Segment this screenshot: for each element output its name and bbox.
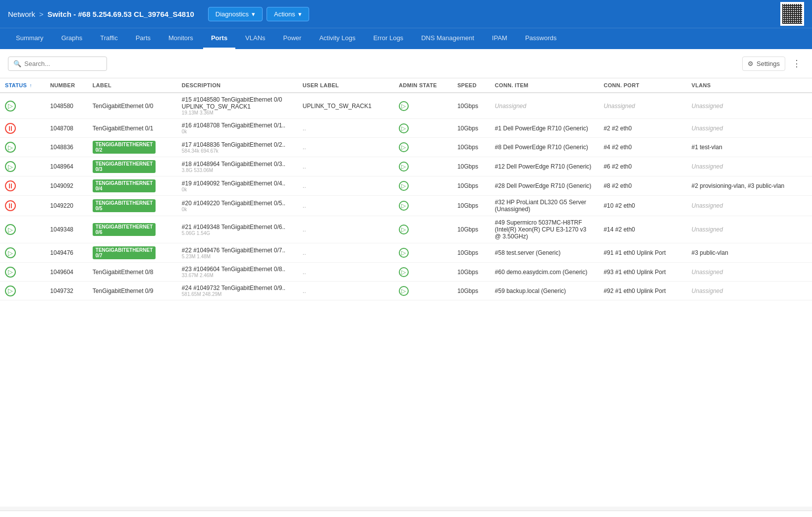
speed-cell: 10Gbps xyxy=(452,282,490,300)
nav-tab-activity_logs[interactable]: Activity Logs xyxy=(311,28,363,49)
desc-traffic: 581.65M 248.29M xyxy=(182,291,293,297)
speed-cell: 10Gbps xyxy=(452,263,490,282)
status-cell: ▷ xyxy=(0,157,45,176)
desc-traffic: 5.23M 1.48M xyxy=(182,254,293,259)
label-badge: TENGIGABITETHERNET0/5 xyxy=(93,199,156,212)
nav-tab-ipam[interactable]: IPAM xyxy=(484,28,515,49)
admin-state-cell: ▷ xyxy=(394,196,452,216)
vlans-cell: Unassigned xyxy=(687,119,812,138)
more-options-button[interactable]: ⋮ xyxy=(789,55,804,72)
conn-item-cell: #12 Dell PowerEdge R710 (Generic) xyxy=(490,157,599,176)
desc-main: #19 #1049092 TenGigabitEthernet 0/4.. xyxy=(182,180,293,187)
desc-main: #20 #1049220 TenGigabitEthernet 0/5.. xyxy=(182,200,293,207)
nav-tab-error_logs[interactable]: Error Logs xyxy=(365,28,411,49)
nav-tab-parts[interactable]: Parts xyxy=(128,28,159,49)
nav-tab-graphs[interactable]: Graphs xyxy=(54,28,91,49)
col-header-conn_item[interactable]: CONN. ITEM xyxy=(490,78,599,93)
nav-tab-monitors[interactable]: Monitors xyxy=(161,28,201,49)
user-label-cell: .. xyxy=(298,119,394,138)
actions-button[interactable]: Actions ▾ xyxy=(267,7,309,21)
conn-port-cell: #6 #2 eth0 xyxy=(598,157,686,176)
table-row[interactable]: ▷1049476TENGIGABITETHERNET0/7#22 #104947… xyxy=(0,243,812,263)
label-cell: TenGigabitEthernet 0/8 xyxy=(88,263,177,282)
conn-port-cell: #10 #2 eth0 xyxy=(598,196,686,216)
qr-code-image xyxy=(782,4,802,24)
table-row[interactable]: ▷1049348TENGIGABITETHERNET0/6#21 #104934… xyxy=(0,216,812,243)
admin-state-cell: ▷ xyxy=(394,176,452,196)
badge-text: 0/3 xyxy=(96,167,103,172)
col-header-number[interactable]: NUMBER xyxy=(45,78,87,93)
col-header-speed[interactable]: SPEED xyxy=(452,78,490,93)
number-cell: 1048964 xyxy=(45,157,87,176)
nav-tab-summary[interactable]: Summary xyxy=(8,28,52,49)
desc-main: #24 #1049732 TenGigabitEthernet 0/9.. xyxy=(182,285,293,291)
network-link[interactable]: Network xyxy=(8,10,35,18)
toolbar-right: ⚙ Settings ⋮ xyxy=(742,55,804,72)
top-bar: Network > Switch - #68 5.254.69.53 CL_39… xyxy=(0,0,812,28)
nav-tab-ports[interactable]: Ports xyxy=(203,28,235,49)
search-icon: 🔍 xyxy=(13,60,21,67)
user-label-cell: .. xyxy=(298,216,394,243)
vlans-unassigned: Unassigned xyxy=(692,202,723,209)
vlans-cell: Unassigned xyxy=(687,216,812,243)
vlans-cell: Unassigned xyxy=(687,282,812,300)
table-row[interactable]: ▷1048836TENGIGABITETHERNET0/2#17 #104883… xyxy=(0,138,812,157)
admin-state-icon: ▷ xyxy=(399,201,409,211)
label-cell: TENGIGABITETHERNET0/5 xyxy=(88,196,177,216)
description-cell: #20 #1049220 TenGigabitEthernet 0/5..0k xyxy=(177,196,298,216)
table-row[interactable]: ⏸1049220TENGIGABITETHERNET0/5#20 #104922… xyxy=(0,196,812,216)
desc-traffic: 584.34k 694.67k xyxy=(182,148,293,154)
nav-tab-passwords[interactable]: Passwords xyxy=(517,28,565,49)
admin-state-icon: ▷ xyxy=(399,181,409,191)
col-header-status[interactable]: STATUS ↑ xyxy=(0,78,45,93)
user-label-cell: .. xyxy=(298,138,394,157)
nav-tab-dns_management[interactable]: DNS Management xyxy=(413,28,482,49)
table-row[interactable]: ▷1048580TenGigabitEthernet 0/0#15 #10485… xyxy=(0,93,812,119)
nav-tab-traffic[interactable]: Traffic xyxy=(92,28,125,49)
col-header-conn_port[interactable]: CONN. PORT xyxy=(598,78,686,93)
search-input[interactable] xyxy=(24,60,102,67)
badge-text: TENGIGABITETHERNET xyxy=(96,180,153,186)
toolbar: 🔍 ⚙ Settings ⋮ xyxy=(0,49,812,78)
desc-main: #23 #1049604 TenGigabitEthernet 0/8.. xyxy=(182,266,293,273)
admin-state-icon: ▷ xyxy=(399,123,409,133)
description-cell: #21 #1049348 TenGigabitEthernet 0/6..5.0… xyxy=(177,216,298,243)
table-row[interactable]: ⏸1049092TENGIGABITETHERNET0/4#19 #104909… xyxy=(0,176,812,196)
vlans-unassigned: Unassigned xyxy=(692,287,723,294)
search-box[interactable]: 🔍 xyxy=(8,57,107,71)
status-cell: ⏸ xyxy=(0,196,45,216)
speed-cell: 10Gbps xyxy=(452,176,490,196)
table-row[interactable]: ▷1049732TenGigabitEthernet 0/9#24 #10497… xyxy=(0,282,812,300)
label-cell: TENGIGABITETHERNET0/3 xyxy=(88,157,177,176)
badge-text: TENGIGABITETHERNET xyxy=(96,247,153,253)
conn-port-cell: Unassigned xyxy=(598,93,686,119)
breadcrumb: Network > Switch - #68 5.254.69.53 CL_39… xyxy=(8,10,194,18)
col-header-label[interactable]: LABEL xyxy=(88,78,177,93)
table-row[interactable]: ▷1048964TENGIGABITETHERNET0/3#18 #104896… xyxy=(0,157,812,176)
table-row[interactable]: ⏸1048708TenGigabitEthernet 0/1#16 #10487… xyxy=(0,119,812,138)
vlans-cell: Unassigned xyxy=(687,263,812,282)
settings-button[interactable]: ⚙ Settings xyxy=(742,57,785,71)
col-header-user_label[interactable]: USER LABEL xyxy=(298,78,394,93)
nav-tab-power[interactable]: Power xyxy=(275,28,310,49)
admin-state-icon: ▷ xyxy=(399,162,409,172)
nav-tab-vlans[interactable]: VLANs xyxy=(237,28,273,49)
col-header-description[interactable]: DESCRIPTION xyxy=(177,78,298,93)
badge-text: 0/2 xyxy=(96,147,103,153)
vlans-cell: Unassigned xyxy=(687,93,812,119)
desc-traffic: 0k xyxy=(182,187,293,192)
status-icon-green: ▷ xyxy=(5,142,16,153)
diagnostics-button[interactable]: Diagnostics ▾ xyxy=(208,7,263,21)
description-cell: #17 #1048836 TenGigabitEthernet 0/2..584… xyxy=(177,138,298,157)
desc-traffic: 0k xyxy=(182,129,293,134)
col-header-admin_state[interactable]: ADMIN STATE xyxy=(394,78,452,93)
status-icon-green: ▷ xyxy=(5,247,16,258)
status-icon-green: ▷ xyxy=(5,101,16,112)
col-header-vlans[interactable]: VLANS xyxy=(687,78,812,93)
number-cell: 1049348 xyxy=(45,216,87,243)
label-cell: TenGigabitEthernet 0/9 xyxy=(88,282,177,300)
desc-main: #17 #1048836 TenGigabitEthernet 0/2.. xyxy=(182,141,293,148)
table-row[interactable]: ▷1049604TenGigabitEthernet 0/8#23 #10496… xyxy=(0,263,812,282)
admin-state-icon: ▷ xyxy=(399,225,409,234)
number-cell: 1049732 xyxy=(45,282,87,300)
